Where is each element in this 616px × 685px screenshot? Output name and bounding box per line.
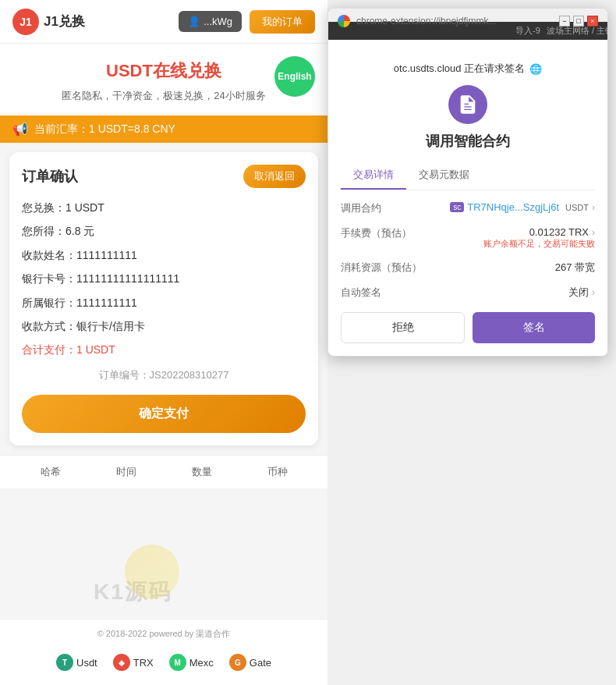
main-panel: J1 J1兑换 👤 ...kWg 我的订单 USDT在线兑换 匿名隐私，干净资金… — [0, 0, 327, 685]
hero-section: USDT在线兑换 匿名隐私，干净资金，极速兑换，24小时服务 English — [0, 44, 327, 115]
my-orders-button[interactable]: 我的订单 — [250, 10, 315, 34]
contract-label: 调用合约 — [341, 201, 403, 215]
auto-sign-row: 自动签名 关闭 › — [341, 286, 595, 300]
col-hash: 哈希 — [12, 465, 88, 479]
auto-sign-label: 自动签名 — [341, 286, 403, 300]
coin-list: T Usdt ◈ TRX M Mexc G Gate — [0, 648, 327, 677]
rate-text: 当前汇率：1 USDT=8.8 CNY — [34, 122, 175, 137]
sign-button[interactable]: 签名 — [473, 312, 595, 343]
extension-footer-buttons: 拒绝 签名 — [341, 312, 595, 343]
contract-title: 调用智能合约 — [341, 132, 595, 151]
extension-body: otc.usdts.cloud 正在请求签名 🌐 调用智能合约 交易详情 交易元… — [328, 49, 607, 356]
account-icon: 👤 — [188, 16, 200, 27]
chrome-icon — [338, 15, 350, 27]
fee-label: 手续费（预估） — [341, 226, 412, 240]
mexc-icon: M — [169, 654, 186, 671]
rate-bar: 📢 当前汇率：1 USDT=8.8 CNY — [0, 115, 327, 143]
gate-icon: G — [229, 654, 246, 671]
resource-value: 267 带宽 — [555, 261, 595, 275]
site-text: otc.usdts.cloud 正在请求签名 — [394, 62, 525, 76]
fee-chevron: › — [592, 227, 595, 238]
fee-value: 0.01232 TRX › 账户余额不足，交易可能失败 — [483, 226, 595, 250]
tab-transaction-details[interactable]: 交易详情 — [341, 161, 406, 190]
resource-label: 消耗资源（预估） — [341, 261, 422, 275]
cancel-button[interactable]: 取消返回 — [243, 165, 306, 188]
watermark-circle — [125, 545, 179, 599]
footer: © 2018-2022 powered by 渠道合作 T Usdt ◈ TRX… — [0, 620, 327, 685]
sc-badge: sc — [450, 202, 464, 212]
payee-name-row: 收款姓名：1111111111 — [22, 247, 306, 264]
reject-button[interactable]: 拒绝 — [341, 312, 465, 343]
english-button[interactable]: English — [274, 56, 315, 97]
document-icon — [457, 94, 479, 115]
fee-warning: 账户余额不足，交易可能失败 — [483, 238, 595, 250]
contract-value: sc TR7NHqje...SzgjLj6t USDT › — [450, 201, 595, 213]
import-number: 导入-9 — [515, 25, 540, 37]
header: J1 J1兑换 👤 ...kWg 我的订单 — [0, 0, 327, 44]
hero-title: USDT在线兑换 — [12, 59, 315, 83]
col-amount: 数量 — [164, 465, 239, 479]
auto-sign-chevron: › — [592, 287, 595, 298]
logo: J1 J1兑换 — [12, 9, 85, 35]
order-card: 订单确认 取消返回 您兑换：1 USDT 您所得：6.8 元 收款姓名：1111… — [9, 152, 318, 445]
transaction-table-header: 哈希 时间 数量 币种 — [0, 455, 327, 488]
account-button[interactable]: 👤 ...kWg — [179, 11, 242, 32]
extension-tabs: 交易详情 交易元数据 — [341, 161, 595, 190]
coin-trx: ◈ TRX — [113, 654, 154, 671]
contract-icon — [448, 85, 487, 124]
exchange-row: 您兑换：1 USDT — [22, 199, 306, 216]
site-info: otc.usdts.cloud 正在请求签名 🌐 — [341, 62, 595, 76]
logo-text: J1兑换 — [44, 12, 85, 30]
coin-gate: G Gate — [229, 654, 271, 671]
trx-icon: ◈ — [113, 654, 130, 671]
total-row: 合计支付：1 USDT — [22, 341, 306, 358]
chevron-icon: › — [592, 202, 595, 213]
speaker-icon: 📢 — [12, 122, 28, 137]
order-header: 订单确认 取消返回 — [22, 165, 306, 188]
copyright-text: © 2018-2022 powered by 渠道合作 — [0, 628, 327, 640]
col-currency: 币种 — [239, 465, 315, 479]
tab-transaction-data[interactable]: 交易元数据 — [406, 161, 482, 190]
hero-subtitle: 匿名隐私，干净资金，极速兑换，24小时服务 — [12, 89, 315, 103]
network-info: 波场主网络 / 主链 — [547, 25, 608, 37]
resource-row: 消耗资源（预估） 267 带宽 — [341, 261, 595, 275]
extension-popup: chrome-extension://ibnejdfjmmk... − □ × … — [327, 8, 608, 357]
fee-row: 手续费（预估） 0.01232 TRX › 账户余额不足，交易可能失败 — [341, 226, 595, 250]
logo-icon: J1 — [12, 9, 39, 35]
payment-method-row: 收款方式：银行卡/信用卡 — [22, 318, 306, 335]
confirm-payment-button[interactable]: 确定支付 — [22, 395, 306, 433]
auto-sign-value: 关闭 › — [568, 286, 595, 300]
coin-usdt: T Usdt — [56, 654, 97, 671]
coin-mexc: M Mexc — [169, 654, 214, 671]
contract-address-row: 调用合约 sc TR7NHqje...SzgjLj6t USDT › — [341, 201, 595, 215]
order-number: 订单编号：JS202208310277 — [22, 368, 306, 382]
order-title: 订单确认 — [22, 167, 78, 186]
receive-row: 您所得：6.8 元 — [22, 222, 306, 240]
col-time: 时间 — [88, 465, 164, 479]
bank-name-row: 所属银行：1111111111 — [22, 294, 306, 311]
bank-card-row: 银行卡号：11111111111111111 — [22, 270, 306, 287]
globe-icon: 🌐 — [529, 63, 542, 75]
usdt-icon: T — [56, 654, 73, 671]
